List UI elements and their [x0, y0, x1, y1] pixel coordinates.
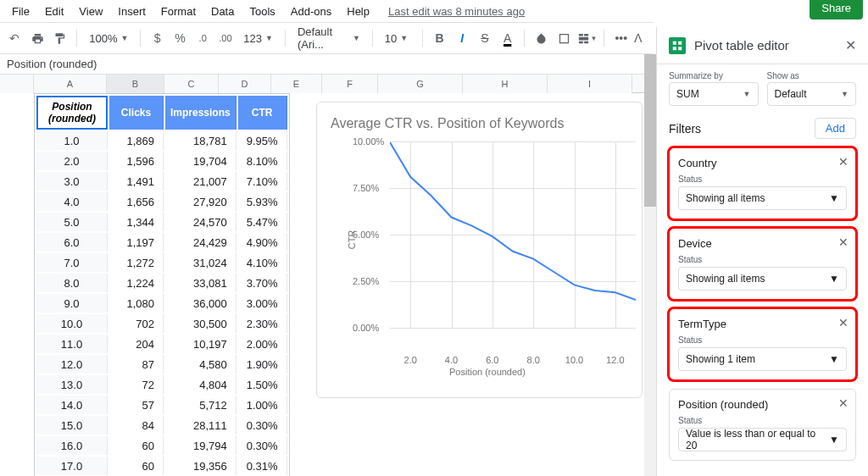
- decrease-decimal-button[interactable]: .0: [193, 28, 213, 48]
- merge-cells-button[interactable]: ▼: [577, 28, 598, 48]
- table-cell[interactable]: 24,429: [165, 233, 236, 252]
- table-cell[interactable]: 10,197: [165, 335, 236, 353]
- table-cell[interactable]: 1,197: [109, 233, 164, 252]
- pivot-header[interactable]: Position(rounded): [36, 96, 108, 130]
- font-size-select[interactable]: 10▼: [380, 28, 415, 48]
- table-cell[interactable]: 8.0: [36, 274, 108, 292]
- menu-edit[interactable]: Edit: [38, 2, 70, 21]
- table-row[interactable]: 1.01,86918,7819.95%: [36, 131, 287, 150]
- table-cell[interactable]: 1.50%: [238, 375, 287, 394]
- select-all-corner[interactable]: [0, 75, 34, 93]
- table-cell[interactable]: 31,024: [165, 253, 236, 272]
- menu-file[interactable]: File: [5, 2, 36, 21]
- vertical-scrollbar[interactable]: [644, 54, 656, 476]
- table-cell[interactable]: 19,794: [165, 436, 236, 455]
- column-header[interactable]: B: [107, 75, 164, 93]
- table-cell[interactable]: 0.31%: [238, 457, 287, 475]
- strikethrough-button[interactable]: S: [476, 28, 495, 48]
- table-cell[interactable]: 0.30%: [238, 416, 287, 434]
- column-header[interactable]: G: [378, 75, 463, 93]
- pivot-header[interactable]: Impressions: [165, 96, 236, 130]
- add-filter-button[interactable]: Add: [815, 118, 856, 139]
- font-select[interactable]: Default (Ari...▼: [292, 28, 365, 48]
- filter-status-select[interactable]: Showing all items▼: [678, 267, 847, 291]
- table-cell[interactable]: 9.95%: [238, 131, 287, 150]
- chart[interactable]: Average CTR vs. Position of Keywords CTR…: [316, 102, 643, 398]
- menu-format[interactable]: Format: [154, 2, 203, 21]
- table-cell[interactable]: 12.0: [36, 355, 108, 374]
- table-cell[interactable]: 1,491: [109, 172, 164, 191]
- table-cell[interactable]: 3.00%: [238, 294, 287, 313]
- table-cell[interactable]: 1,272: [109, 253, 164, 272]
- pivot-header[interactable]: CTR: [238, 96, 287, 130]
- table-row[interactable]: 2.01,59619,7048.10%: [36, 152, 287, 170]
- table-cell[interactable]: 14.0: [36, 396, 108, 414]
- pivot-table[interactable]: Position(rounded)ClicksImpressionsCTR 1.…: [34, 93, 290, 476]
- increase-decimal-button[interactable]: .00: [216, 28, 236, 48]
- table-cell[interactable]: 5.93%: [238, 192, 287, 211]
- table-cell[interactable]: 2.30%: [238, 314, 287, 333]
- table-row[interactable]: 16.06019,7940.30%: [36, 436, 287, 455]
- table-cell[interactable]: 2.00%: [238, 335, 287, 353]
- spreadsheet-grid[interactable]: Position(rounded)ClicksImpressionsCTR 1.…: [0, 93, 653, 476]
- name-box[interactable]: Position (rounded): [0, 54, 653, 75]
- table-cell[interactable]: 5.0: [36, 213, 108, 231]
- table-cell[interactable]: 1,869: [109, 131, 164, 150]
- table-row[interactable]: 12.0874,5801.90%: [36, 355, 287, 374]
- paint-format-icon[interactable]: [51, 28, 70, 48]
- column-header[interactable]: E: [271, 75, 322, 93]
- table-cell[interactable]: 5.47%: [238, 213, 287, 231]
- filter-status-select[interactable]: Showing all items▼: [678, 186, 847, 210]
- table-cell[interactable]: 11.0: [36, 335, 108, 353]
- menu-tools[interactable]: Tools: [242, 2, 281, 21]
- table-row[interactable]: 17.06019,3560.31%: [36, 457, 287, 475]
- text-color-button[interactable]: A: [498, 28, 517, 48]
- show-as-select[interactable]: Default▼: [767, 82, 857, 106]
- table-cell[interactable]: 1.90%: [238, 355, 287, 374]
- table-row[interactable]: 9.01,08036,0003.00%: [36, 294, 287, 313]
- table-cell[interactable]: 21,007: [165, 172, 236, 191]
- remove-filter-icon[interactable]: ✕: [838, 316, 849, 329]
- column-header[interactable]: A: [34, 75, 107, 93]
- column-headers[interactable]: A B C D E F G H I: [0, 75, 653, 93]
- table-row[interactable]: 8.01,22433,0813.70%: [36, 274, 287, 292]
- table-cell[interactable]: 10.0: [36, 314, 108, 333]
- more-formats-button[interactable]: 123▼: [238, 28, 278, 48]
- table-cell[interactable]: 36,000: [165, 294, 236, 313]
- table-row[interactable]: 3.01,49121,0077.10%: [36, 172, 287, 191]
- table-cell[interactable]: 4,580: [165, 355, 236, 374]
- column-header[interactable]: H: [463, 75, 548, 93]
- table-cell[interactable]: 30,500: [165, 314, 236, 333]
- table-cell[interactable]: 204: [109, 335, 164, 353]
- table-cell[interactable]: 18,781: [165, 131, 236, 150]
- remove-filter-icon[interactable]: ✕: [838, 155, 849, 169]
- table-row[interactable]: 13.0724,8041.50%: [36, 375, 287, 394]
- table-cell[interactable]: 1,596: [109, 152, 164, 170]
- table-row[interactable]: 4.01,65627,9205.93%: [36, 192, 287, 211]
- table-cell[interactable]: 1,656: [109, 192, 164, 211]
- table-row[interactable]: 11.020410,1972.00%: [36, 335, 287, 353]
- menu-insert[interactable]: Insert: [111, 2, 153, 21]
- menu-view[interactable]: View: [72, 2, 109, 21]
- table-cell[interactable]: 57: [109, 396, 164, 414]
- table-cell[interactable]: 33,081: [165, 274, 236, 292]
- table-cell[interactable]: 60: [109, 457, 164, 475]
- table-cell[interactable]: 13.0: [36, 375, 108, 394]
- table-cell[interactable]: 1,224: [109, 274, 164, 292]
- table-cell[interactable]: 3.0: [36, 172, 108, 191]
- table-cell[interactable]: 0.30%: [238, 436, 287, 455]
- table-cell[interactable]: 7.0: [36, 253, 108, 272]
- close-icon[interactable]: ✕: [845, 37, 856, 53]
- table-cell[interactable]: 2.0: [36, 152, 108, 170]
- filter-status-select[interactable]: Value is less than or equal to 20▼: [678, 428, 847, 451]
- table-cell[interactable]: 4.0: [36, 192, 108, 211]
- table-row[interactable]: 5.01,34424,5705.47%: [36, 213, 287, 231]
- collapse-toolbar-icon[interactable]: ᐱ: [634, 31, 643, 45]
- format-percent-button[interactable]: %: [170, 28, 190, 48]
- table-cell[interactable]: 19,704: [165, 152, 236, 170]
- table-row[interactable]: 15.08428,1110.30%: [36, 416, 287, 434]
- table-cell[interactable]: 4.10%: [238, 253, 287, 272]
- table-cell[interactable]: 1.0: [36, 131, 108, 150]
- table-row[interactable]: 7.01,27231,0244.10%: [36, 253, 287, 272]
- column-header[interactable]: D: [219, 75, 271, 93]
